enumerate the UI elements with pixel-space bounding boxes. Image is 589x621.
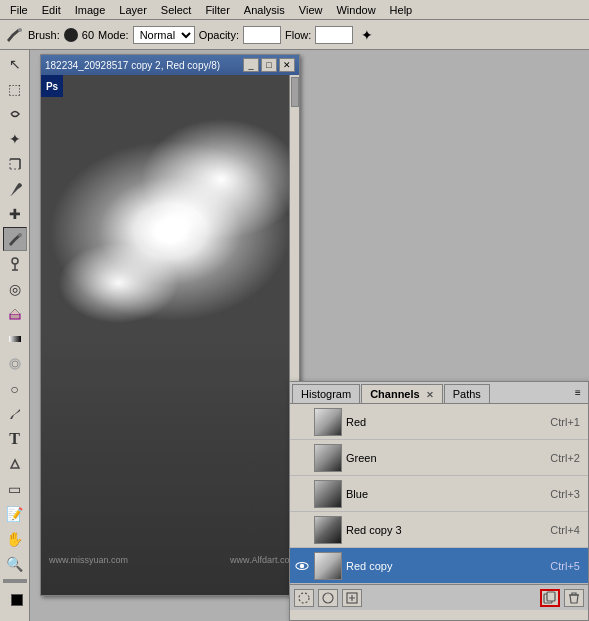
channel-visibility-red[interactable] — [294, 414, 310, 430]
channel-row-blue[interactable]: Blue Ctrl+3 — [290, 476, 588, 512]
channel-row-red[interactable]: Red Ctrl+1 — [290, 404, 588, 440]
zoom-tool[interactable]: 🔍 — [3, 552, 27, 576]
channel-shortcut-redcopy3: Ctrl+4 — [550, 524, 580, 536]
airbrush-icon[interactable]: ✦ — [361, 27, 373, 43]
mode-select[interactable]: Normal — [133, 26, 195, 44]
menu-layer[interactable]: Layer — [113, 2, 153, 18]
panels-container: Histogram Channels ✕ Paths ≡ Red Ctrl+1 — [289, 381, 589, 621]
channel-shortcut-redcopy: Ctrl+5 — [550, 560, 580, 572]
menu-edit[interactable]: Edit — [36, 2, 67, 18]
save-selection-button[interactable] — [318, 589, 338, 607]
channel-shortcut-red: Ctrl+1 — [550, 416, 580, 428]
hand-tool[interactable]: ✋ — [3, 527, 27, 551]
document-image — [41, 75, 299, 595]
opacity-label: Opacity: — [199, 29, 239, 41]
channel-visibility-green[interactable] — [294, 450, 310, 466]
workspace: 182234_20928517 copy 2, Red copy/8) _ □ … — [30, 50, 589, 621]
tab-channels[interactable]: Channels ✕ — [361, 384, 443, 403]
channel-thumb-redcopy3 — [314, 516, 342, 544]
lasso-tool[interactable] — [3, 102, 27, 126]
channel-row-redcopy3[interactable]: Red copy 3 Ctrl+4 — [290, 512, 588, 548]
dodge-tool[interactable]: ○ — [3, 377, 27, 401]
history-tool[interactable]: ◎ — [3, 277, 27, 301]
channel-name-green: Green — [346, 452, 546, 464]
document-titlebar: 182234_20928517 copy 2, Red copy/8) _ □ … — [41, 55, 299, 75]
brush-preview[interactable] — [64, 28, 78, 42]
svg-point-0 — [18, 28, 22, 32]
load-channel-button[interactable] — [294, 589, 314, 607]
scroll-thumb[interactable] — [291, 77, 299, 107]
menu-select[interactable]: Select — [155, 2, 198, 18]
flow-input[interactable]: 100% — [315, 26, 353, 44]
brush-size: 60 — [82, 29, 94, 41]
svg-point-6 — [12, 361, 18, 367]
main-area: ↖ ⬚ ✦ ✚ ◎ ○ T — [0, 50, 589, 621]
tab-paths[interactable]: Paths — [444, 384, 490, 403]
channel-name-blue: Blue — [346, 488, 546, 500]
flow-label: Flow: — [285, 29, 311, 41]
channel-visibility-redcopy[interactable] — [294, 558, 310, 574]
healing-tool[interactable]: ✚ — [3, 202, 27, 226]
eyedropper-tool[interactable] — [3, 177, 27, 201]
svg-point-10 — [323, 593, 333, 603]
panel-tabs: Histogram Channels ✕ Paths ≡ — [290, 382, 588, 404]
channel-name-red: Red — [346, 416, 546, 428]
channel-thumb-redcopy — [314, 552, 342, 580]
minimize-button[interactable]: _ — [243, 58, 259, 72]
svg-rect-3 — [10, 314, 20, 319]
menu-analysis[interactable]: Analysis — [238, 2, 291, 18]
document-content: Ps www.missyuan.com www.Alfdart.com — [41, 75, 299, 595]
marquee-tool[interactable]: ⬚ — [3, 77, 27, 101]
delete-channel-button[interactable] — [564, 589, 584, 607]
channel-shortcut-green: Ctrl+2 — [550, 452, 580, 464]
channel-row-green[interactable]: Green Ctrl+2 — [290, 440, 588, 476]
tab-channels-close[interactable]: ✕ — [426, 390, 434, 400]
menu-help[interactable]: Help — [384, 2, 419, 18]
window-controls: _ □ ✕ — [243, 58, 295, 72]
channel-row-redcopy[interactable]: Red copy Ctrl+5 — [290, 548, 588, 584]
channel-visibility-redcopy3[interactable] — [294, 522, 310, 538]
channel-thumb-green — [314, 444, 342, 472]
svg-rect-4 — [9, 336, 21, 342]
brush-label: Brush: — [28, 29, 60, 41]
menu-image[interactable]: Image — [69, 2, 112, 18]
channel-shortcut-blue: Ctrl+3 — [550, 488, 580, 500]
duplicate-channel-button[interactable] — [540, 589, 560, 607]
panel-menu-button[interactable]: ≡ — [570, 385, 586, 401]
clone-tool[interactable] — [3, 252, 27, 276]
menu-view[interactable]: View — [293, 2, 329, 18]
divider-1 — [3, 579, 27, 583]
blur-tool[interactable] — [3, 352, 27, 376]
cloud-image — [41, 75, 299, 595]
crop-tool[interactable] — [3, 152, 27, 176]
path-selection-tool[interactable] — [3, 452, 27, 476]
magic-wand-tool[interactable]: ✦ — [3, 127, 27, 151]
gradient-tool[interactable] — [3, 327, 27, 351]
eraser-tool[interactable] — [3, 302, 27, 326]
move-tool[interactable]: ↖ — [3, 52, 27, 76]
panel-bottom-toolbar — [290, 584, 588, 610]
new-channel-button[interactable] — [342, 589, 362, 607]
brush-tool[interactable] — [3, 227, 27, 251]
menu-window[interactable]: Window — [330, 2, 381, 18]
channel-list: Red Ctrl+1 Green Ctrl+2 Blue Ctrl+3 — [290, 404, 588, 584]
opacity-input[interactable]: 100% — [243, 26, 281, 44]
notes-tool[interactable]: 📝 — [3, 502, 27, 526]
close-button[interactable]: ✕ — [279, 58, 295, 72]
watermark-right: www.Alfdart.com — [230, 555, 297, 565]
tab-histogram[interactable]: Histogram — [292, 384, 360, 403]
menu-filter[interactable]: Filter — [199, 2, 235, 18]
foreground-color[interactable] — [3, 586, 27, 610]
shape-tool[interactable]: ▭ — [3, 477, 27, 501]
svg-point-9 — [299, 593, 309, 603]
menubar: File Edit Image Layer Select Filter Anal… — [0, 0, 589, 20]
toolbar: Brush: 60 Mode: Normal Opacity: 100% Flo… — [0, 20, 589, 50]
brush-tool-icon — [4, 25, 24, 45]
pen-tool[interactable] — [3, 402, 27, 426]
document-window: 182234_20928517 copy 2, Red copy/8) _ □ … — [40, 54, 300, 596]
text-tool[interactable]: T — [3, 427, 27, 451]
maximize-button[interactable]: □ — [261, 58, 277, 72]
channel-visibility-blue[interactable] — [294, 486, 310, 502]
svg-point-1 — [18, 233, 22, 237]
menu-file[interactable]: File — [4, 2, 34, 18]
